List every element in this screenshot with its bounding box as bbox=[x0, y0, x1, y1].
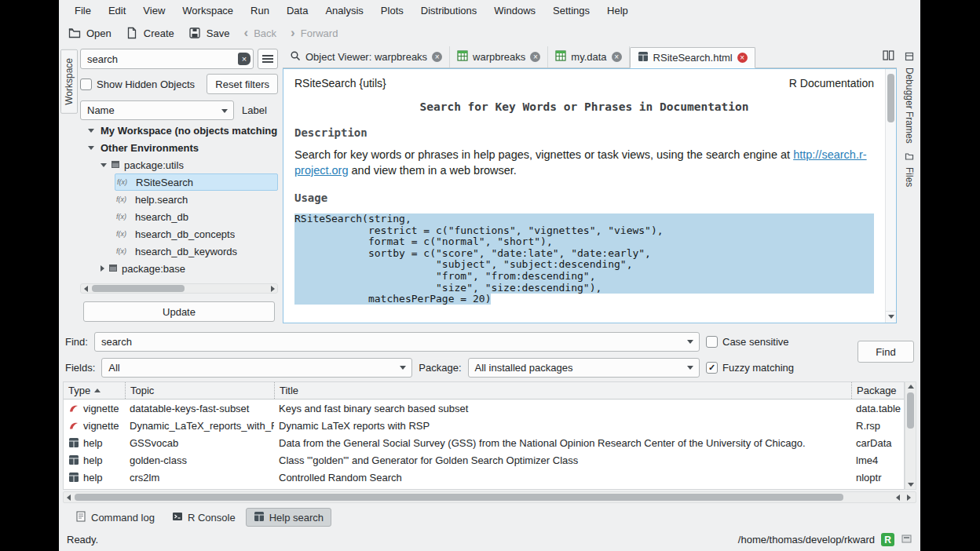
scroll-up-icon[interactable] bbox=[906, 382, 916, 391]
scroll-down-icon[interactable] bbox=[906, 480, 916, 489]
open-label: Open bbox=[86, 27, 112, 39]
chevron-down-icon[interactable] bbox=[88, 146, 94, 150]
menu-workspace[interactable]: Workspace bbox=[174, 2, 241, 19]
scroll-down-icon[interactable] bbox=[886, 311, 896, 322]
tree-item-label: My Workspace (no objects matching filter… bbox=[101, 125, 278, 137]
scrollbar-thumb[interactable] bbox=[75, 494, 843, 501]
create-button[interactable]: Create bbox=[126, 27, 174, 39]
forward-button[interactable]: › Forward bbox=[291, 27, 338, 39]
close-tab-icon[interactable]: × bbox=[612, 52, 622, 62]
menu-data[interactable]: Data bbox=[279, 2, 316, 19]
scroll-right-icon[interactable] bbox=[904, 493, 913, 502]
update-button[interactable]: Update bbox=[83, 301, 275, 322]
cwd-icon[interactable] bbox=[901, 533, 912, 547]
table-row[interactable]: help crs2lm Controlled Random Search nlo… bbox=[64, 469, 904, 486]
tree-item-other-environments[interactable]: Other Environments bbox=[80, 139, 278, 156]
name-column-combo[interactable]: Name bbox=[80, 100, 234, 120]
table-row[interactable]: vignette datatable-keys-fast-subset Keys… bbox=[64, 400, 904, 417]
tab-command-log[interactable]: Command log bbox=[68, 508, 162, 527]
results-vertical-scrollbar[interactable] bbox=[905, 381, 916, 490]
menu-settings[interactable]: Settings bbox=[545, 2, 598, 19]
case-sensitive-checkbox[interactable] bbox=[706, 336, 718, 348]
chevron-down-icon[interactable] bbox=[88, 129, 94, 133]
tab-rsitesearch-html[interactable]: RSiteSearch.html × bbox=[630, 47, 755, 68]
statusbar: Ready. /home/thomas/develop/rkward R bbox=[59, 528, 920, 551]
usage-code-block[interactable]: RSiteSearch(string, restrict = c("functi… bbox=[294, 213, 874, 305]
tree-item-package-base[interactable]: package:base bbox=[101, 260, 278, 277]
save-button[interactable]: Save bbox=[188, 27, 230, 39]
close-tab-icon[interactable]: × bbox=[737, 53, 748, 63]
scrollbar-thumb[interactable] bbox=[887, 74, 894, 122]
scrollbar-thumb[interactable] bbox=[92, 285, 185, 292]
tree-item-help-search[interactable]: f(x) help.search bbox=[115, 191, 278, 208]
menu-run[interactable]: Run bbox=[243, 2, 277, 19]
scroll-left-icon[interactable] bbox=[64, 493, 73, 502]
results-horizontal-scrollbar[interactable] bbox=[63, 491, 916, 503]
r-engine-status-badge[interactable]: R bbox=[881, 533, 894, 546]
configure-columns-button[interactable] bbox=[258, 49, 278, 69]
scrollbar-thumb[interactable] bbox=[907, 392, 914, 429]
clear-search-icon[interactable]: × bbox=[238, 53, 250, 65]
tab-warpbreaks[interactable]: warpbreaks × bbox=[450, 46, 548, 68]
menu-distributions[interactable]: Distributions bbox=[413, 2, 485, 19]
show-hidden-checkbox[interactable] bbox=[80, 78, 92, 90]
tab-my-data[interactable]: my.data × bbox=[548, 46, 629, 68]
description-heading: Description bbox=[294, 126, 874, 139]
menu-edit[interactable]: Edit bbox=[101, 2, 133, 19]
tab-label: R Console bbox=[188, 512, 236, 524]
help-page: RSiteSearch {utils} R Documentation Sear… bbox=[283, 69, 885, 323]
menu-windows[interactable]: Windows bbox=[486, 2, 543, 19]
package-combo[interactable]: All installed packages bbox=[468, 358, 700, 378]
scroll-right-icon[interactable] bbox=[268, 284, 277, 293]
menu-help[interactable]: Help bbox=[599, 2, 636, 19]
forward-icon: › bbox=[291, 27, 295, 38]
workspace-search-input[interactable] bbox=[80, 49, 254, 69]
find-term-combo[interactable]: search bbox=[94, 332, 700, 352]
tree-item-package-utils[interactable]: package:utils bbox=[101, 156, 278, 173]
column-header-title[interactable]: Title bbox=[274, 382, 851, 399]
scroll-left-icon[interactable] bbox=[81, 284, 90, 293]
tree-item-rsitesearch[interactable]: f(x) RSiteSearch bbox=[115, 173, 278, 191]
scroll-left-icon[interactable] bbox=[893, 493, 902, 502]
menu-view[interactable]: View bbox=[135, 2, 173, 19]
table-row[interactable]: vignette Dynamic_LaTeX_reports_with_RSP … bbox=[64, 417, 904, 434]
scrollbar-track[interactable] bbox=[90, 285, 268, 292]
close-tab-icon[interactable]: × bbox=[432, 52, 442, 62]
menu-plots[interactable]: Plots bbox=[373, 2, 411, 19]
table-row[interactable]: help GSSvocab Data from the General Soci… bbox=[64, 434, 904, 451]
tab-object-viewer-warpbreaks[interactable]: Object Viewer: warpbreaks × bbox=[283, 46, 450, 68]
open-button[interactable]: Open bbox=[68, 27, 112, 39]
menu-file[interactable]: File bbox=[67, 2, 99, 19]
chevron-down-icon[interactable] bbox=[101, 163, 107, 167]
tab-debugger-frames[interactable]: Debugger Frames bbox=[904, 52, 915, 144]
scrollbar-track[interactable] bbox=[73, 494, 890, 501]
tab-workspace-vertical[interactable]: Workspace bbox=[60, 49, 78, 114]
close-tab-icon[interactable]: × bbox=[530, 52, 540, 62]
fields-combo[interactable]: All bbox=[101, 358, 412, 378]
tab-r-console[interactable]: R Console bbox=[165, 508, 243, 527]
tab-files[interactable]: Files bbox=[904, 151, 915, 187]
document-vertical-scrollbar[interactable] bbox=[885, 69, 896, 323]
chevron-right-icon[interactable] bbox=[101, 265, 104, 272]
column-header-package[interactable]: Package bbox=[851, 382, 904, 399]
tree-item-label: help.search bbox=[135, 194, 188, 206]
tree-item-hsearch-db-concepts[interactable]: f(x) hsearch_db_concepts bbox=[115, 225, 278, 243]
tree-item-hsearch-db[interactable]: f(x) hsearch_db bbox=[115, 208, 278, 225]
split-view-icon[interactable] bbox=[883, 49, 894, 64]
tree-horizontal-scrollbar[interactable] bbox=[80, 283, 278, 294]
tree-item-my-workspace[interactable]: My Workspace (no objects matching filter… bbox=[80, 122, 278, 139]
menu-analysis[interactable]: Analysis bbox=[317, 2, 371, 19]
column-header-topic[interactable]: Topic bbox=[125, 382, 274, 399]
results-region: Type Topic Title Package vignette datata… bbox=[63, 381, 916, 490]
result-title: Class '"golden"' and Generator for Golde… bbox=[274, 454, 851, 466]
reset-filters-button[interactable]: Reset filters bbox=[207, 74, 278, 94]
table-row[interactable]: help golden-class Class '"golden"' and G… bbox=[64, 451, 904, 469]
fields-label: Fields: bbox=[65, 362, 95, 374]
fuzzy-matching-checkbox[interactable]: ✓ bbox=[706, 362, 718, 374]
tab-help-search[interactable]: Help search bbox=[246, 508, 331, 527]
find-button[interactable]: Find bbox=[858, 341, 914, 363]
tree-item-hsearch-db-keywords[interactable]: f(x) hsearch_db_keywords bbox=[115, 243, 278, 260]
result-package: carData bbox=[851, 437, 904, 449]
column-header-type[interactable]: Type bbox=[64, 382, 125, 399]
back-button[interactable]: ‹ Back bbox=[243, 27, 276, 39]
